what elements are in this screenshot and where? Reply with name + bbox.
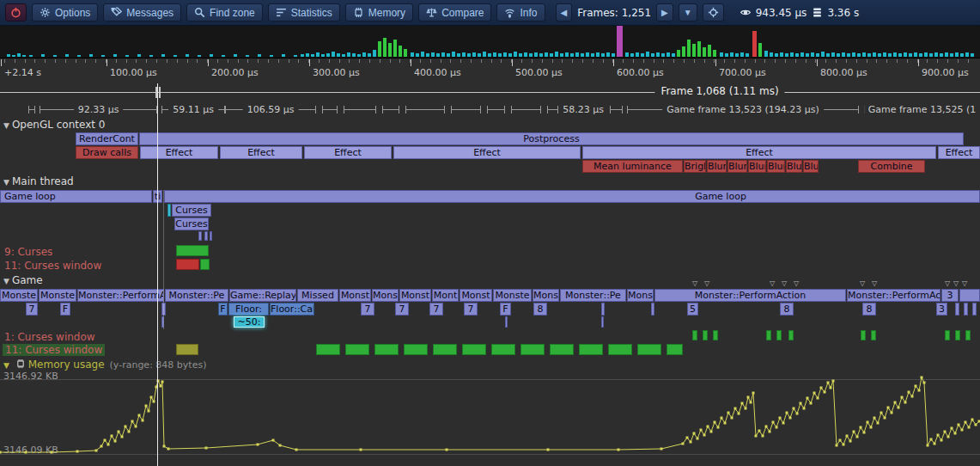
zone-mons[interactable]: Mons bbox=[372, 289, 399, 302]
zone-brigh[interactable]: Brigh bbox=[684, 160, 706, 173]
zone-monster-performa[interactable]: Monster::PerformA bbox=[77, 289, 164, 302]
zone-rendercont[interactable]: RenderCont bbox=[76, 132, 138, 145]
zone-bar[interactable] bbox=[667, 344, 683, 355]
zone-8[interactable]: 8 bbox=[780, 303, 794, 316]
collapsed-zone-marker[interactable]: ▽ bbox=[704, 280, 709, 287]
zone-bar[interactable] bbox=[788, 330, 794, 340]
zone-3[interactable]: 3 bbox=[936, 303, 947, 316]
zone-bar[interactable] bbox=[491, 344, 515, 355]
zone-f[interactable]: F bbox=[218, 303, 228, 316]
zone-monste[interactable]: Monste bbox=[39, 289, 76, 302]
zone-8[interactable]: 8 bbox=[533, 303, 547, 316]
collapsed-zone-marker[interactable]: ▽ bbox=[962, 280, 967, 287]
zone-mons[interactable]: Mons bbox=[533, 289, 559, 302]
zone-bar[interactable] bbox=[608, 344, 632, 355]
zone-monster-pe[interactable]: Monster::Pe bbox=[560, 289, 626, 302]
zone-effect[interactable]: Effect bbox=[582, 146, 936, 159]
collapsed-zone-marker[interactable]: ▽ bbox=[692, 280, 697, 287]
zone-monste[interactable]: Monste bbox=[0, 289, 38, 302]
collapsed-zone-marker[interactable]: ▽ bbox=[860, 280, 865, 287]
zone-bar[interactable] bbox=[176, 344, 198, 355]
zone-blur[interactable]: Blur bbox=[727, 160, 747, 173]
zone-bar[interactable] bbox=[462, 344, 486, 355]
zone-game-loop[interactable]: Game loop bbox=[0, 190, 152, 203]
zone-bar[interactable] bbox=[210, 231, 212, 241]
zone-bar[interactable] bbox=[200, 259, 210, 270]
zone-effect[interactable]: Effect bbox=[393, 146, 581, 159]
zone-game-loop[interactable]: Game loop bbox=[164, 190, 980, 203]
zone-bar[interactable] bbox=[176, 245, 209, 256]
zone-curses[interactable]: Curses bbox=[172, 204, 211, 217]
zone-7[interactable]: 7 bbox=[395, 303, 409, 316]
zone-7[interactable]: 7 bbox=[429, 303, 443, 316]
zone-7[interactable]: 7 bbox=[26, 303, 38, 316]
zone-bar[interactable] bbox=[692, 330, 697, 340]
zone-7[interactable]: 7 bbox=[361, 303, 374, 316]
zone-monste[interactable]: Monste bbox=[493, 289, 532, 302]
zone-bar[interactable] bbox=[550, 344, 574, 355]
zone-floor[interactable]: Floor: bbox=[228, 303, 269, 316]
collapsed-zone-marker[interactable]: ▽ bbox=[953, 280, 959, 287]
zone-curses[interactable]: Curses bbox=[174, 218, 209, 230]
zone-effect[interactable]: Effect bbox=[938, 146, 980, 159]
zone-f[interactable]: F bbox=[60, 303, 70, 316]
zone-50[interactable]: ~50: bbox=[234, 316, 265, 328]
zone-combine[interactable]: Combine bbox=[858, 160, 925, 173]
zone-blur[interactable]: Blur bbox=[767, 160, 785, 173]
zone-bar[interactable] bbox=[651, 303, 654, 316]
zone-blur[interactable]: Blur bbox=[707, 160, 727, 173]
zone-bar[interactable] bbox=[972, 303, 977, 316]
zone-bar[interactable] bbox=[861, 330, 866, 340]
zone-effect[interactable]: Effect bbox=[220, 146, 302, 159]
zone-bar[interactable] bbox=[871, 330, 876, 340]
collapsed-zone-marker[interactable]: ▽ bbox=[782, 280, 787, 287]
zone-bar[interactable] bbox=[601, 316, 604, 328]
zone-monster-performaction[interactable]: Monster::PerformAction bbox=[654, 289, 846, 302]
zone-game-replay[interactable]: Game::Replay bbox=[229, 289, 296, 302]
zone-bar[interactable] bbox=[316, 344, 340, 355]
zone-monst[interactable]: Monst bbox=[339, 289, 371, 302]
zone-bar[interactable] bbox=[955, 303, 959, 316]
zone-draw-calls[interactable]: Draw calls bbox=[76, 146, 138, 159]
zone-bar[interactable] bbox=[965, 330, 971, 340]
zone-3[interactable]: 3 bbox=[941, 289, 959, 302]
zone-bar[interactable] bbox=[167, 204, 171, 217]
zone-7[interactable]: 7 bbox=[464, 303, 478, 316]
zone-blur[interactable]: Blur bbox=[748, 160, 766, 173]
zone-effect[interactable]: Effect bbox=[304, 146, 392, 159]
zone-f[interactable]: F bbox=[500, 303, 511, 316]
collapsed-zone-marker[interactable]: ▽ bbox=[770, 280, 775, 287]
zone-8[interactable]: 8 bbox=[862, 303, 876, 316]
zone-bar[interactable] bbox=[198, 231, 202, 241]
zone-missed[interactable]: Missed bbox=[297, 289, 338, 302]
zone-bar[interactable] bbox=[579, 344, 603, 355]
zone-bar[interactable] bbox=[959, 289, 980, 302]
zone-bar[interactable] bbox=[176, 259, 199, 270]
zone-mont[interactable]: Mont bbox=[432, 289, 459, 302]
zone-5[interactable]: 5 bbox=[687, 303, 698, 316]
zone-floor-calc[interactable]: Floor::Calc bbox=[270, 303, 314, 316]
zone-bar[interactable] bbox=[955, 330, 960, 340]
zone-bar[interactable] bbox=[601, 303, 605, 316]
zone-postprocess[interactable]: Postprocess bbox=[139, 132, 964, 145]
zone-bar[interactable] bbox=[433, 344, 457, 355]
zone-bar[interactable] bbox=[345, 344, 369, 355]
collapsed-zone-marker[interactable]: ▽ bbox=[945, 280, 950, 287]
zone-blur[interactable]: Blur bbox=[786, 160, 802, 173]
zone-bar[interactable] bbox=[505, 316, 508, 328]
collapsed-zone-marker[interactable]: ▽ bbox=[872, 280, 877, 287]
zone-bar[interactable] bbox=[703, 330, 708, 340]
zone-monster-performacti[interactable]: Monster::PerformActi bbox=[847, 289, 940, 302]
zone-monster-pe[interactable]: Monster::Pe bbox=[165, 289, 228, 302]
zone-monst[interactable]: Monst bbox=[399, 289, 431, 302]
zone-blur[interactable]: Blur bbox=[803, 160, 819, 173]
zone-mons[interactable]: Mons bbox=[627, 289, 654, 302]
zone-bar[interactable] bbox=[404, 344, 428, 355]
zone-bar[interactable] bbox=[637, 344, 661, 355]
zone-bar[interactable] bbox=[945, 330, 950, 340]
zone-effect[interactable]: Effect bbox=[140, 146, 218, 159]
zone-bar[interactable] bbox=[374, 344, 399, 355]
zone-bar[interactable] bbox=[520, 344, 545, 355]
zone-bar[interactable] bbox=[776, 330, 782, 340]
zone-mean-luminance[interactable]: Mean luminance bbox=[582, 160, 683, 173]
